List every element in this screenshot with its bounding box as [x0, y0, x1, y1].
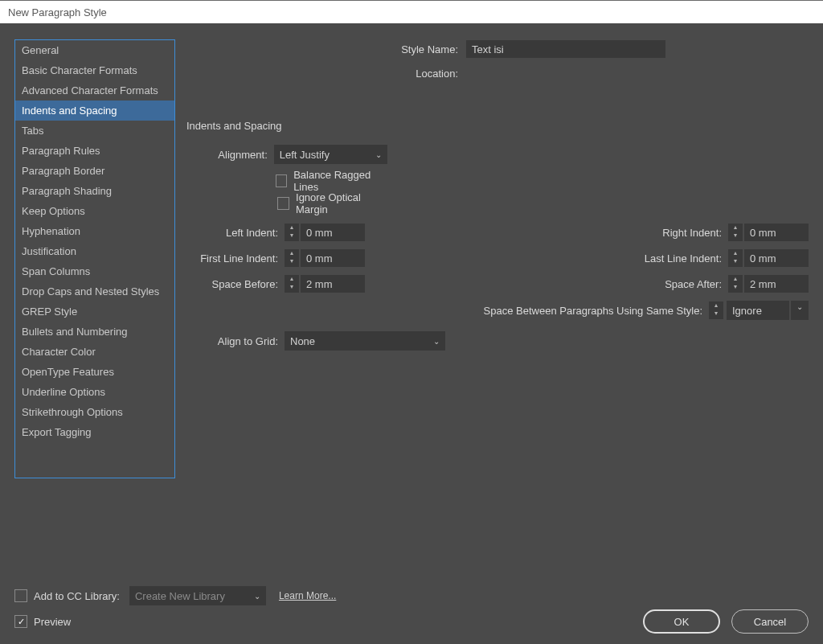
chevron-down-icon: ⌄ — [254, 592, 260, 601]
category-sidebar: General Basic Character Formats Advanced… — [14, 39, 175, 478]
label-right-indent: Right Indent: — [662, 227, 728, 239]
ok-button[interactable]: OK — [643, 609, 720, 634]
sidebar-item-shading[interactable]: Paragraph Shading — [15, 181, 174, 201]
spinner-buttons[interactable]: ▴▾ — [285, 275, 299, 293]
row-align-grid: Align to Grid: None ⌄ — [186, 331, 809, 351]
sidebar-item-indents[interactable]: Indents and Spacing — [15, 100, 174, 121]
space-before-input[interactable] — [301, 275, 365, 293]
checkbox-icon — [277, 197, 289, 210]
sidebar-item-grep[interactable]: GREP Style — [15, 301, 174, 322]
dialog-title: New Paragraph Style — [8, 6, 107, 18]
row-location: Location: — [186, 64, 809, 83]
right-indent-spinner[interactable]: ▴▾ — [728, 224, 809, 241]
spinner-buttons[interactable]: ▴▾ — [285, 249, 299, 267]
sidebar-item-underline[interactable]: Underline Options — [15, 382, 174, 402]
label-last-line-indent: Last Line Indent: — [645, 252, 728, 265]
chevron-down-icon: ⌄ — [375, 150, 382, 159]
cc-library-value: Create New Library — [135, 590, 225, 602]
row-ignore-optical: Ignore Optical Margin — [186, 195, 809, 212]
space-after-spinner[interactable]: ▴▾ — [728, 275, 809, 293]
checkbox-icon — [14, 589, 27, 602]
sidebar-item-rules[interactable]: Paragraph Rules — [15, 141, 174, 161]
sidebar-item-charcolor[interactable]: Character Color — [15, 342, 174, 362]
label-align-grid: Align to Grid: — [186, 335, 285, 347]
spinner-buttons[interactable]: ▴▾ — [285, 224, 299, 241]
preview-checkbox[interactable]: ✓ Preview — [14, 613, 71, 630]
row-balance: Balance Ragged Lines — [186, 172, 809, 190]
spinner-buttons[interactable]: ▴▾ — [728, 224, 743, 241]
right-indent-input[interactable] — [744, 224, 809, 241]
sidebar-item-justify[interactable]: Justification — [15, 241, 174, 261]
sidebar-item-span[interactable]: Span Columns — [15, 261, 174, 281]
first-line-spinner[interactable]: ▴▾ — [285, 249, 365, 267]
label-space-after: Space After: — [665, 278, 728, 290]
space-before-spinner[interactable]: ▴▾ — [285, 275, 365, 293]
left-indent-spinner[interactable]: ▴▾ — [285, 224, 365, 241]
balance-label: Balance Ragged Lines — [293, 169, 387, 193]
sidebar-item-keep[interactable]: Keep Options — [15, 201, 174, 221]
dialog-titlebar: New Paragraph Style — [0, 1, 823, 23]
sidebar-item-general[interactable]: General — [15, 40, 174, 60]
cancel-button[interactable]: Cancel — [731, 609, 809, 634]
row-alignment: Alignment: Left Justify ⌄ — [186, 145, 809, 164]
footer-row-library: Add to CC Library: Create New Library ⌄ … — [14, 585, 809, 606]
label-location: Location: — [186, 68, 466, 80]
style-name-input[interactable] — [466, 40, 665, 58]
main-panel: Style Name: Location: Indents and Spacin… — [186, 39, 809, 580]
align-grid-value: None — [290, 335, 315, 347]
spinner-buttons[interactable]: ▴▾ — [728, 275, 743, 293]
sidebar-item-adv-char[interactable]: Advanced Character Formats — [15, 80, 174, 100]
alignment-dropdown[interactable]: Left Justify ⌄ — [274, 145, 387, 164]
sidebar-item-bullets[interactable]: Bullets and Numbering — [15, 322, 174, 342]
last-line-input[interactable] — [744, 249, 809, 267]
sidebar-item-drop[interactable]: Drop Caps and Nested Styles — [15, 281, 174, 301]
space-between-dropdown[interactable]: Ignore — [727, 301, 789, 320]
checkbox-checked-icon: ✓ — [14, 615, 27, 628]
sidebar-item-basic-char[interactable]: Basic Character Formats — [15, 60, 174, 80]
new-paragraph-style-dialog: New Paragraph Style General Basic Charac… — [0, 0, 823, 644]
label-style-name: Style Name: — [186, 43, 466, 55]
last-line-spinner[interactable]: ▴▾ — [728, 249, 809, 267]
label-alignment: Alignment: — [186, 149, 274, 161]
spinner-buttons[interactable]: ▴▾ — [709, 301, 723, 319]
space-between-chev[interactable]: ⌄ — [791, 301, 809, 320]
checkbox-icon — [276, 174, 288, 187]
label-space-before: Space Before: — [186, 278, 285, 290]
sidebar-item-tabs[interactable]: Tabs — [15, 121, 174, 141]
balance-ragged-checkbox[interactable]: Balance Ragged Lines — [276, 172, 387, 190]
learn-more-link[interactable]: Learn More... — [279, 590, 336, 601]
left-indent-input[interactable] — [301, 224, 365, 241]
add-cc-label: Add to CC Library: — [34, 590, 120, 602]
row-space-between: Space Between Paragraphs Using Same Styl… — [186, 301, 809, 320]
space-after-input[interactable] — [744, 275, 809, 293]
ignore-optical-label: Ignore Optical Margin — [296, 191, 387, 215]
align-grid-dropdown[interactable]: None ⌄ — [285, 331, 445, 351]
spinner-buttons[interactable]: ▴▾ — [728, 249, 743, 267]
row-first-last-indent: First Line Indent: ▴▾ Last Line Indent: … — [186, 249, 809, 267]
preview-label: Preview — [34, 616, 71, 628]
label-space-between: Space Between Paragraphs Using Same Styl… — [186, 305, 709, 317]
chevron-down-icon: ⌄ — [433, 337, 440, 346]
dialog-body: General Basic Character Formats Advanced… — [0, 23, 823, 644]
add-cc-library-checkbox[interactable]: Add to CC Library: — [14, 587, 120, 605]
row-left-right-indent: Left Indent: ▴▾ Right Indent: ▴▾ — [186, 224, 809, 241]
sidebar-item-opentype[interactable]: OpenType Features — [15, 362, 174, 382]
sidebar-item-hyphen[interactable]: Hyphenation — [15, 221, 174, 241]
label-first-line-indent: First Line Indent: — [186, 252, 285, 265]
footer-row-buttons: ✓ Preview OK Cancel — [14, 609, 809, 634]
cc-library-dropdown[interactable]: Create New Library ⌄ — [129, 586, 266, 605]
sidebar-item-border[interactable]: Paragraph Border — [15, 161, 174, 181]
ignore-optical-checkbox[interactable]: Ignore Optical Margin — [277, 195, 387, 212]
row-style-name: Style Name: — [186, 39, 809, 59]
space-between-value: Ignore — [732, 305, 762, 317]
chevron-down-icon: ⌄ — [796, 301, 803, 310]
section-title: Indents and Spacing — [186, 120, 809, 132]
first-line-input[interactable] — [301, 249, 365, 267]
row-space-before-after: Space Before: ▴▾ Space After: ▴▾ — [186, 275, 809, 293]
alignment-value: Left Justify — [280, 149, 330, 161]
label-left-indent: Left Indent: — [186, 227, 285, 239]
sidebar-item-strike[interactable]: Strikethrough Options — [15, 402, 174, 422]
dialog-footer: Add to CC Library: Create New Library ⌄ … — [14, 585, 809, 634]
sidebar-item-export[interactable]: Export Tagging — [15, 422, 174, 442]
